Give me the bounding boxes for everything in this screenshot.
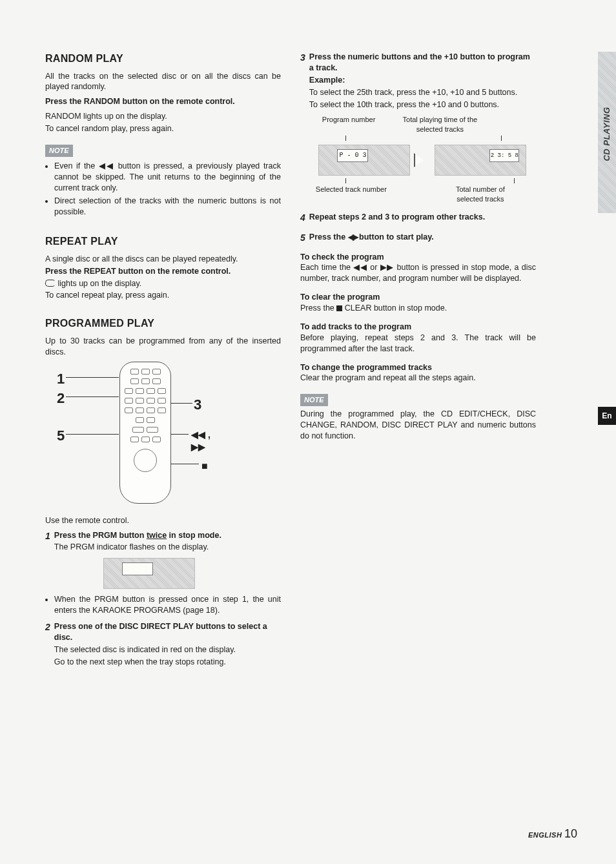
heading-programmed-play: PROGRAMMED PLAY (45, 316, 281, 331)
lcd-right: 2 3: 5 8 (435, 145, 526, 176)
step-3-ex2: To select the 10th track, press the +10 … (309, 99, 536, 110)
step-2-title: Press one of the DISC DIRECT PLAY button… (54, 621, 281, 643)
step-3: 3 Press the numeric buttons and the +10 … (300, 52, 536, 204)
use-remote: Use the remote control. (45, 515, 281, 526)
callout-1: 1 (57, 369, 65, 389)
repeat-p3: lights up on the display. (45, 278, 281, 289)
footer-lang: ENGLISH (528, 831, 562, 839)
random-note-list: Even if the ◀◀ button is pressed, a prev… (45, 161, 281, 218)
clear-p: Press the CLEAR button in stop mode. (300, 303, 536, 314)
repeat-p4: To cancel repeat play, press again. (45, 290, 281, 301)
step-1-bullets: When the PRGM button is pressed once in … (45, 594, 281, 616)
clear-p-b: CLEAR button in stop mode. (342, 303, 447, 313)
repeat-p3-text: lights up on the display. (57, 279, 141, 288)
lbl-selected-track: Selected track number (316, 185, 387, 204)
step-1: 1 Press the PRGM button twice in stop mo… (45, 530, 281, 553)
step-3-ex1: To select the 25th track, press the +10,… (309, 87, 536, 98)
lcd-left-screen: P - 0 3 (337, 149, 368, 162)
callout-3: 3 (194, 395, 201, 415)
step-1-title-a: Press the PRGM button (54, 531, 147, 540)
callout-2: 2 (57, 389, 65, 408)
language-tab: En (598, 407, 616, 425)
step-2-sub1: The selected disc is indicated in red on… (54, 644, 281, 655)
stop-icon (336, 305, 342, 311)
remote-illustration: 1 2 3 5 ◀◀ , ▶▶ ■ (45, 362, 226, 510)
note-badge: NOTE (45, 145, 73, 157)
step-3-num: 3 (300, 52, 305, 204)
lbl-total-tracks: Total number of selected tracks (445, 185, 516, 204)
clear-p-a: Press the (300, 303, 336, 313)
lcd-prgm (103, 558, 195, 589)
step-4-title: Repeat steps 2 and 3 to program other tr… (309, 212, 536, 223)
lbl-program-number: Program number (322, 115, 376, 134)
step-5-num: 5 (300, 232, 305, 244)
callout-skip-icons: ◀◀ , ▶▶ (191, 429, 226, 453)
repeat-p2: Press the REPEAT button on the remote co… (45, 266, 281, 277)
step-3-example-label: Example: (309, 75, 536, 86)
random-p2: Press the RANDOM button on the remote co… (45, 96, 281, 107)
heading-random-play: RANDOM PLAY (45, 52, 281, 66)
step-1-sub: The PRGM indicator flashes on the displa… (54, 542, 281, 553)
remote-body (119, 362, 171, 504)
step-5-title: Press the ◀▶ button to start play. (309, 232, 536, 243)
check-p: Each time the ◀◀ or ▶▶ button is pressed… (300, 262, 536, 284)
step-1-num: 1 (45, 530, 50, 553)
add-p: Before playing, repeat steps 2 and 3. Th… (300, 333, 536, 355)
lcd-row: P - 0 3 2 3: 5 8 (309, 145, 536, 176)
play-pause-icon: ◀▶ (348, 232, 357, 242)
note-right-p: During the programmed play, the CD EDIT/… (300, 409, 536, 442)
check-heading: To check the program (300, 252, 536, 263)
change-p: Clear the program and repeat all the ste… (300, 373, 536, 384)
step-1-bullet: When the PRGM button is pressed once in … (54, 594, 281, 616)
callout-5: 5 (57, 426, 65, 446)
section-tab-label: CD PLAYING (602, 99, 611, 170)
add-heading: To add tracks to the program (300, 322, 536, 333)
lbl-total-time: Total playing time of the selected track… (401, 115, 478, 134)
arrow-right-icon (415, 154, 429, 167)
page-footer: ENGLISH 10 (528, 827, 577, 841)
repeat-p1: A single disc or all the discs can be pl… (45, 254, 281, 265)
note-badge-right: NOTE (300, 394, 328, 406)
clear-heading: To clear the program (300, 292, 536, 303)
step-5-title-a: Press the (309, 232, 348, 242)
section-tab: CD PLAYING (598, 52, 616, 213)
manual-page: CD PLAYING En RANDOM PLAY All the tracks… (0, 0, 616, 864)
step-1-title-b: in stop mode. (167, 531, 221, 540)
lcd-right-screen: 2 3: 5 8 (489, 149, 519, 162)
step-5-title-b: button to start play. (357, 232, 434, 242)
left-column: RANDOM PLAY All the tracks on the select… (45, 52, 281, 670)
repeat-icon (45, 280, 56, 287)
random-note-2: Direct selection of the tracks with the … (54, 196, 281, 218)
step-1-title-u: twice (147, 531, 167, 540)
lcd-prgm-screen (122, 562, 153, 575)
footer-page: 10 (564, 827, 577, 840)
callout-stop-icon: ■ (201, 459, 208, 473)
step-4-num: 4 (300, 212, 305, 224)
step-1-title: Press the PRGM button twice in stop mode… (54, 530, 281, 541)
change-heading: To change the programmed tracks (300, 362, 536, 373)
step-2: 2 Press one of the DISC DIRECT PLAY butt… (45, 621, 281, 668)
step-2-num: 2 (45, 621, 50, 668)
right-column: 3 Press the numeric buttons and the +10 … (300, 52, 536, 670)
random-p1: All the tracks on the selected disc or o… (45, 71, 281, 93)
step-4: 4 Repeat steps 2 and 3 to program other … (300, 212, 536, 224)
random-p4: To cancel random play, press again. (45, 123, 281, 134)
heading-repeat-play: REPEAT PLAY (45, 234, 281, 249)
programmed-intro: Up to 30 tracks can be programmed from a… (45, 336, 281, 358)
lcd-left: P - 0 3 (318, 145, 410, 176)
random-note-1: Even if the ◀◀ button is pressed, a prev… (54, 161, 281, 194)
random-p3: RANDOM lights up on the display. (45, 111, 281, 122)
step-5: 5 Press the ◀▶ button to start play. (300, 232, 536, 244)
two-column-layout: RANDOM PLAY All the tracks on the select… (45, 52, 577, 670)
step-3-title: Press the numeric buttons and the +10 bu… (309, 52, 536, 74)
step-2-sub2: Go to the next step when the tray stops … (54, 657, 281, 668)
